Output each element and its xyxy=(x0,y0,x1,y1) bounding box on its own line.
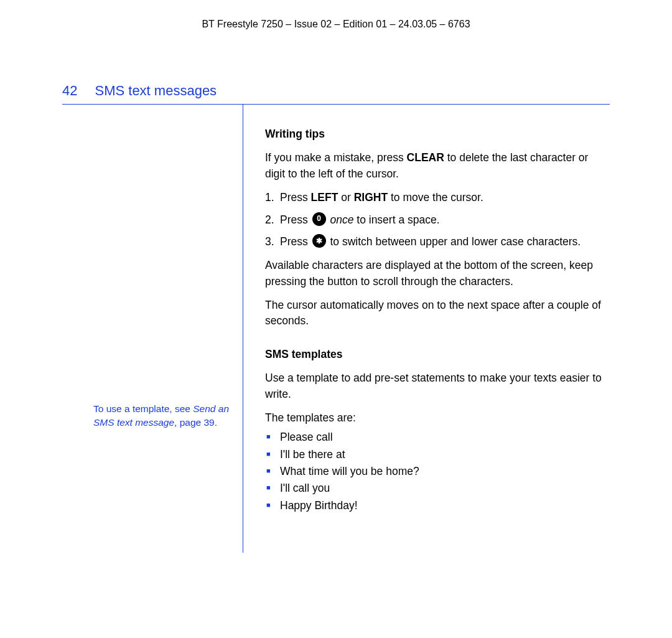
templates-list-intro: The templates are: xyxy=(265,410,604,426)
step1-pre: Press xyxy=(280,191,311,204)
document-page: BT Freestyle 7250 – Issue 02 – Edition 0… xyxy=(0,0,672,578)
step-1: Press LEFT or RIGHT to move the cursor. xyxy=(265,190,604,205)
page-number: 42 xyxy=(62,83,77,99)
sms-templates-heading: SMS templates xyxy=(265,347,604,362)
writing-tips-intro: If you make a mistake, press CLEAR to de… xyxy=(265,150,604,182)
intro-pre: If you make a mistake, press xyxy=(265,151,407,164)
clear-key-label: CLEAR xyxy=(407,151,444,164)
cursor-move-note: The cursor automatically moves on to the… xyxy=(265,298,604,329)
sidebar-note: To use a template, see Send an SMS text … xyxy=(93,402,230,429)
writing-tips-heading: Writing tips xyxy=(265,126,604,142)
left-key-label: LEFT xyxy=(311,191,338,204)
sidebar-note-suffix: , page 39. xyxy=(174,417,217,428)
template-item: Happy Birthday! xyxy=(265,498,604,514)
templates-list: Please call I'll be there at What time w… xyxy=(265,429,604,514)
step-3: Press ✱ to switch between upper and lowe… xyxy=(265,234,604,250)
page-header: 42 SMS text messages xyxy=(62,83,610,99)
page-title: SMS text messages xyxy=(95,83,217,99)
template-item: I'll be there at xyxy=(265,447,604,462)
template-item: I'll call you xyxy=(265,481,604,496)
zero-key-icon: 0 xyxy=(312,212,326,226)
sidebar: To use a template, see Send an SMS text … xyxy=(62,105,243,553)
step3-post: to switch between upper and lower case c… xyxy=(327,235,581,248)
right-key-label: RIGHT xyxy=(354,191,388,204)
step3-pre: Press xyxy=(280,235,311,248)
step-2: Press 0 once to insert a space. xyxy=(265,212,604,228)
content-wrapper: To use a template, see Send an SMS text … xyxy=(62,105,610,553)
template-item: What time will you be home? xyxy=(265,464,604,479)
writing-tips-steps: Press LEFT or RIGHT to move the cursor. … xyxy=(265,190,604,250)
step2-italic: once xyxy=(327,213,354,226)
step2-pre: Press xyxy=(280,213,311,226)
step1-mid: or xyxy=(338,191,353,204)
sms-templates-intro: Use a template to add pre-set statements… xyxy=(265,370,604,402)
main-content: Writing tips If you make a mistake, pres… xyxy=(243,105,610,553)
document-header-line: BT Freestyle 7250 – Issue 02 – Edition 0… xyxy=(62,19,610,30)
step1-post: to move the cursor. xyxy=(388,191,483,204)
step2-post: to insert a space. xyxy=(353,213,439,226)
sidebar-note-prefix: To use a template, see xyxy=(93,403,193,414)
star-key-icon: ✱ xyxy=(312,234,326,248)
available-characters-note: Available characters are displayed at th… xyxy=(265,258,604,289)
template-item: Please call xyxy=(265,429,604,445)
